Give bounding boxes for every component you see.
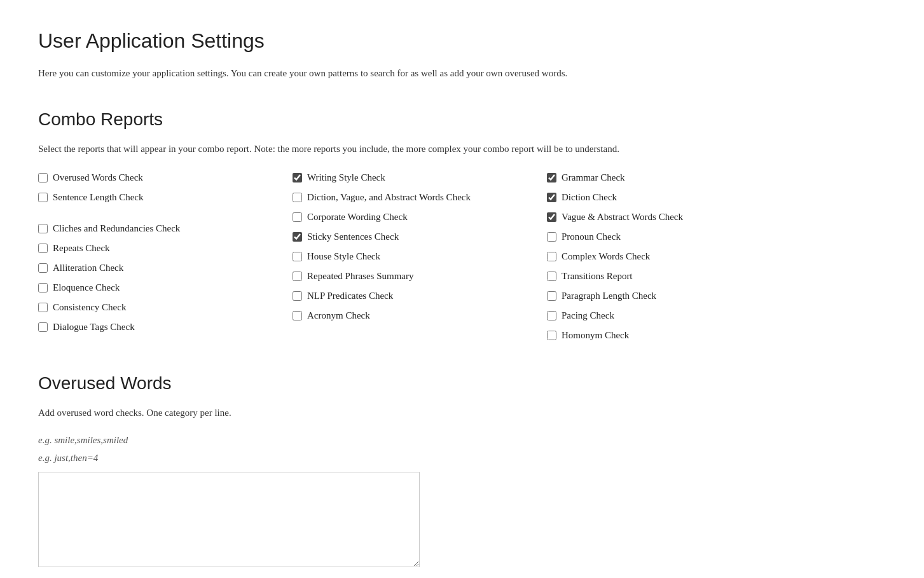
diction-vague-label[interactable]: Diction, Vague, and Abstract Words Check [307,191,471,204]
homonym-checkbox[interactable] [547,331,556,340]
page-title: User Application Settings [38,25,886,56]
nlp-predicates-checkbox[interactable] [293,291,302,301]
checkbox-item-diction-vague[interactable]: Diction, Vague, and Abstract Words Check [293,188,547,207]
repeated-phrases-label[interactable]: Repeated Phrases Summary [307,270,413,283]
checkbox-item-acronym[interactable]: Acronym Check [293,306,547,325]
checkbox-item-complex-words[interactable]: Complex Words Check [547,247,801,266]
pronoun-checkbox[interactable] [547,232,556,242]
cliches-label[interactable]: Cliches and Redundancies Check [53,222,180,235]
checkbox-item-grammar[interactable]: Grammar Check [547,169,801,187]
corporate-wording-label[interactable]: Corporate Wording Check [307,210,408,224]
transitions-label[interactable]: Transitions Report [562,270,633,283]
consistency-label[interactable]: Consistency Check [53,301,126,314]
overused-words-example1: e.g. smile,smiles,smiled [38,433,886,448]
checkbox-item-sticky-sentences[interactable]: Sticky Sentences Check [293,228,547,246]
checkbox-item-sentence-length[interactable]: Sentence Length Check [38,188,293,207]
pacing-checkbox[interactable] [547,311,556,320]
pronoun-label[interactable]: Pronoun Check [562,230,621,244]
checkbox-col-2: Writing Style Check Diction, Vague, and … [293,169,547,345]
diction-checkbox[interactable] [547,193,556,202]
writing-style-label[interactable]: Writing Style Check [307,171,385,184]
grammar-checkbox[interactable] [547,173,556,182]
checkbox-item-transitions[interactable]: Transitions Report [547,267,801,286]
overused-words-example2: e.g. just,then=4 [38,451,886,465]
overused-words-description: Add overused word checks. One category p… [38,406,738,420]
repeated-phrases-checkbox[interactable] [293,272,302,281]
dialogue-tags-label[interactable]: Dialogue Tags Check [53,320,135,334]
checkbox-item-pronoun[interactable]: Pronoun Check [547,228,801,246]
acronym-label[interactable]: Acronym Check [307,309,370,322]
eloquence-checkbox[interactable] [38,283,48,292]
overused-words-title: Overused Words [38,370,886,397]
checkbox-item-paragraph-length[interactable]: Paragraph Length Check [547,287,801,305]
paragraph-length-checkbox[interactable] [547,291,556,301]
alliteration-label[interactable]: Alliteration Check [53,261,123,275]
checkbox-item-diction[interactable]: Diction Check [547,188,801,207]
nlp-predicates-label[interactable]: NLP Predicates Check [307,289,393,303]
homonym-label[interactable]: Homonym Check [562,329,629,342]
checkbox-item-alliteration[interactable]: Alliteration Check [38,259,293,277]
house-style-label[interactable]: House Style Check [307,250,380,263]
diction-vague-checkbox[interactable] [293,193,302,202]
grammar-label[interactable]: Grammar Check [562,171,625,184]
cliches-checkbox[interactable] [38,224,48,233]
checkbox-col-1: Overused Words Check Sentence Length Che… [38,169,293,345]
combo-reports-title: Combo Reports [38,106,886,133]
transitions-checkbox[interactable] [547,272,556,281]
sentence-length-checkbox[interactable] [38,193,48,202]
overused-words-checkbox[interactable] [38,173,48,182]
corporate-wording-checkbox[interactable] [293,212,302,222]
checkbox-item-nlp-predicates[interactable]: NLP Predicates Check [293,287,547,305]
checkbox-item-consistency[interactable]: Consistency Check [38,298,293,317]
dialogue-tags-checkbox[interactable] [38,322,48,332]
checkbox-item-writing-style[interactable]: Writing Style Check [293,169,547,187]
checkbox-item-corporate-wording[interactable]: Corporate Wording Check [293,208,547,226]
sticky-sentences-checkbox[interactable] [293,232,302,242]
checkbox-item-pacing[interactable]: Pacing Check [547,306,801,325]
sentence-length-label[interactable]: Sentence Length Check [53,191,143,204]
checkbox-item-cliches[interactable]: Cliches and Redundancies Check [38,219,293,238]
sticky-sentences-label[interactable]: Sticky Sentences Check [307,230,399,244]
alliteration-checkbox[interactable] [38,263,48,273]
diction-label[interactable]: Diction Check [562,191,617,204]
repeats-label[interactable]: Repeats Check [53,242,110,255]
vague-abstract-label[interactable]: Vague & Abstract Words Check [562,210,683,224]
checkbox-item-dialogue-tags[interactable]: Dialogue Tags Check [38,318,293,336]
checkbox-col-3: Grammar Check Diction Check Vague & Abst… [547,169,801,345]
checkbox-item-overused-words[interactable]: Overused Words Check [38,169,293,187]
checkbox-item-repeated-phrases[interactable]: Repeated Phrases Summary [293,267,547,286]
complex-words-label[interactable]: Complex Words Check [562,250,650,263]
complex-words-checkbox[interactable] [547,252,556,261]
checkbox-item-house-style[interactable]: House Style Check [293,247,547,266]
consistency-checkbox[interactable] [38,303,48,312]
eloquence-label[interactable]: Eloquence Check [53,281,120,294]
writing-style-checkbox[interactable] [293,173,302,182]
paragraph-length-label[interactable]: Paragraph Length Check [562,289,656,303]
checkbox-item-homonym[interactable]: Homonym Check [547,326,801,345]
acronym-checkbox[interactable] [293,311,302,320]
house-style-checkbox[interactable] [293,252,302,261]
vague-abstract-checkbox[interactable] [547,212,556,222]
repeats-checkbox[interactable] [38,244,48,253]
checkbox-item-vague-abstract[interactable]: Vague & Abstract Words Check [547,208,801,226]
page-description: Here you can customize your application … [38,66,738,81]
checkboxes-grid: Overused Words Check Sentence Length Che… [38,169,801,345]
overused-words-textarea[interactable] [38,472,420,567]
checkbox-item-repeats[interactable]: Repeats Check [38,239,293,258]
combo-reports-description: Select the reports that will appear in y… [38,142,738,156]
checkbox-item-eloquence[interactable]: Eloquence Check [38,279,293,297]
overused-words-label[interactable]: Overused Words Check [53,171,143,184]
pacing-label[interactable]: Pacing Check [562,309,614,322]
